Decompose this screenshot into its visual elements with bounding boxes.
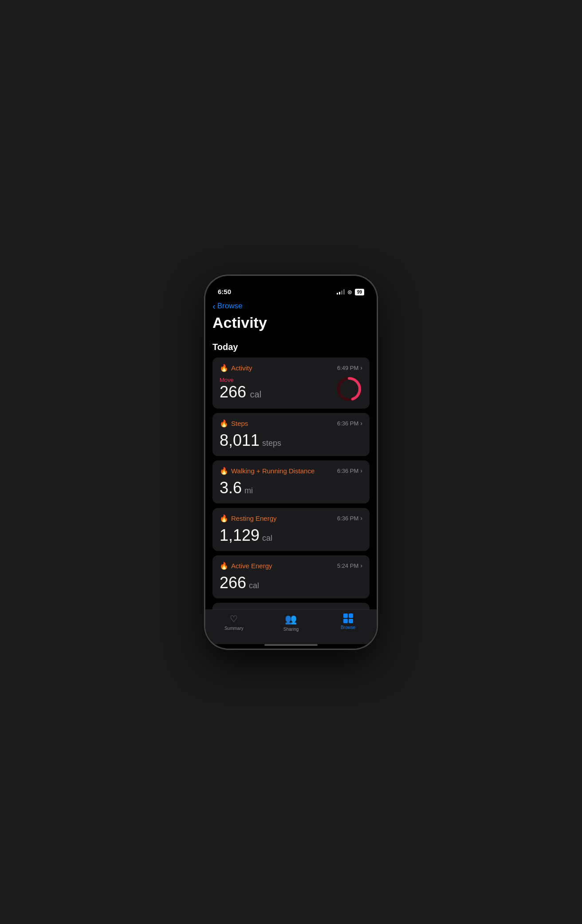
flame-icon-resting: 🔥 [220,514,228,523]
back-chevron-icon: ‹ [212,302,216,311]
active-value: 266 [220,574,246,592]
today-section-header: Today [212,338,370,358]
scroll-content[interactable]: ‹ Browse Activity Today 🔥 Activity [205,298,377,609]
activity-card-header: 🔥 Activity 6:49 PM › [220,364,362,372]
walking-title-row: 🔥 Walking + Running Distance [220,467,315,475]
heart-icon: ♡ [230,613,238,624]
flame-icon-steps: 🔥 [220,419,228,428]
signal-icon [337,289,345,295]
steps-unit: steps [262,439,281,448]
active-energy-card-header: 🔥 Active Energy 5:24 PM › [220,562,362,570]
steps-value-row: 8,011 steps [220,431,362,450]
steps-card[interactable]: 🔥 Steps 6:36 PM › 8,011 steps [212,413,370,456]
status-icons: ⊛ 99 [337,289,364,295]
flights-climbed-card[interactable]: 🔥 Flights Climbed 5:22 PM › [212,603,370,609]
chevron-right-icon: › [360,364,362,371]
activity-ring-chart [336,376,362,402]
steps-title: Steps [231,420,248,427]
battery-icon: 99 [355,289,364,295]
walking-time: 6:36 PM › [337,467,362,474]
tab-sharing-label: Sharing [283,627,299,632]
activity-value-row: Move 266 cal [220,376,362,402]
flame-icon-active: 🔥 [220,562,228,570]
tab-browse-label: Browse [341,625,355,630]
tab-bar: ♡ Summary 👥 Sharing Browse [205,609,377,644]
resting-time: 6:36 PM › [337,515,362,522]
svg-point-2 [342,382,356,396]
status-bar: 6:50 ⊛ 99 [205,276,377,298]
resting-title-row: 🔥 Resting Energy [220,514,277,523]
volume-up-button [204,360,205,387]
active-chevron-icon: › [360,562,362,569]
people-icon: 👥 [285,613,297,625]
activity-value: 266 [220,383,246,401]
steps-card-header: 🔥 Steps 6:36 PM › [220,419,362,428]
content-area: ‹ Browse Activity Today 🔥 Activity [205,298,377,649]
steps-chevron-icon: › [360,420,362,427]
flame-icon-walking: 🔥 [220,467,228,475]
activity-card[interactable]: 🔥 Activity 6:49 PM › Move 266 cal [212,358,370,409]
steps-title-row: 🔥 Steps [220,419,248,428]
resting-unit: cal [262,534,272,543]
steps-value: 8,011 [220,431,260,450]
activity-title: Activity [231,364,252,372]
walking-title: Walking + Running Distance [231,467,315,475]
resting-value: 1,129 [220,526,260,545]
tab-sharing[interactable]: 👥 Sharing [273,613,309,632]
active-time: 5:24 PM › [337,562,362,569]
active-title-row: 🔥 Active Energy [220,562,272,570]
wifi-icon: ⊛ [347,289,352,295]
steps-time: 6:36 PM › [337,420,362,427]
resting-energy-card[interactable]: 🔥 Resting Energy 6:36 PM › 1,129 cal [212,508,370,551]
status-time: 6:50 [218,288,231,295]
resting-title: Resting Energy [231,515,277,522]
active-unit: cal [249,581,259,590]
active-energy-card[interactable]: 🔥 Active Energy 5:24 PM › 266 cal [212,555,370,598]
walking-running-card-header: 🔥 Walking + Running Distance 6:36 PM › [220,467,362,475]
walking-running-card[interactable]: 🔥 Walking + Running Distance 6:36 PM › 3… [212,460,370,503]
resting-chevron-icon: › [360,515,362,522]
active-title: Active Energy [231,562,272,570]
activity-unit: cal [250,389,262,399]
browse-grid-icon [343,613,353,623]
walking-value-row: 3.6 mi [220,479,362,497]
resting-energy-card-header: 🔥 Resting Energy 6:36 PM › [220,514,362,523]
walking-unit: mi [244,486,253,495]
active-value-row: 266 cal [220,574,362,592]
move-label: Move [220,377,261,383]
activity-title-row: 🔥 Activity [220,364,252,372]
resting-value-row: 1,129 cal [220,526,362,545]
walking-chevron-icon: › [360,467,362,474]
walking-value: 3.6 [220,479,242,497]
volume-down-button [204,393,205,420]
phone-screen: 6:50 ⊛ 99 ‹ Browse [205,276,377,649]
power-button [377,365,378,400]
back-label[interactable]: Browse [217,302,243,311]
home-indicator [264,644,318,646]
activity-time: 6:49 PM › [337,364,362,371]
tab-summary-label: Summary [224,626,244,631]
phone-frame: 6:50 ⊛ 99 ‹ Browse [204,275,378,649]
back-nav[interactable]: ‹ Browse [212,298,370,312]
page-title: Activity [212,312,370,338]
tab-browse[interactable]: Browse [330,613,366,632]
notch [262,276,320,289]
flame-icon: 🔥 [220,364,228,372]
activity-value-group: Move 266 cal [220,377,261,402]
tab-summary[interactable]: ♡ Summary [216,613,252,632]
